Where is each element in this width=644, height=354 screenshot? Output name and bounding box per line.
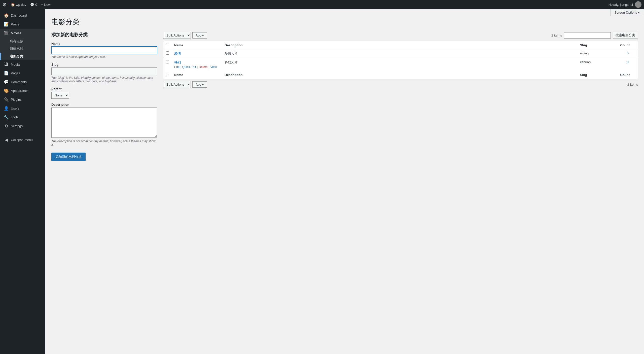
col-header-count[interactable]: Count — [618, 41, 638, 49]
row-count-link[interactable]: 0 — [627, 60, 629, 64]
comments-icon: 💬 — [30, 3, 34, 7]
media-icon: 🖼 — [4, 62, 9, 67]
quick-edit-link[interactable]: Quick Edit — [182, 65, 196, 69]
row-description: 爱情大片 — [225, 52, 238, 55]
home-icon: 🏠 — [11, 3, 15, 7]
sidebar-item-settings[interactable]: ⚙ Settings — [0, 122, 45, 130]
avatar[interactable] — [635, 1, 641, 8]
sidebar-item-label: 所有电影 — [10, 39, 23, 44]
tools-icon: 🔧 — [4, 115, 9, 120]
description-textarea[interactable] — [51, 108, 157, 138]
sidebar-item-media[interactable]: 🖼 Media — [0, 60, 45, 69]
view-link[interactable]: View — [210, 65, 217, 69]
page-title: 电影分类 — [51, 17, 638, 27]
col-footer-count[interactable]: Count — [618, 71, 638, 79]
sidebar-item-dashboard[interactable]: 🏠 Dashboard — [0, 11, 45, 20]
movies-icon: 🎬 — [4, 31, 9, 36]
table-bottom-toolbar: Bulk Actions Delete Apply 2 items — [163, 81, 638, 88]
sidebar-item-users[interactable]: 👤 Users — [0, 104, 45, 113]
sidebar-item-movies[interactable]: 🎬 Movies — [0, 29, 45, 38]
sidebar-item-tools[interactable]: 🔧 Tools — [0, 113, 45, 122]
form-title: 添加新的电影分类 — [51, 32, 157, 38]
delete-link[interactable]: Delete — [199, 65, 208, 69]
collapse-icon: ◀ — [4, 137, 9, 142]
sidebar-item-label: 电影分类 — [10, 54, 23, 59]
search-button[interactable]: 搜索电影分类 — [613, 32, 638, 39]
new-content-link[interactable]: + New — [41, 3, 50, 7]
sidebar-item-pages[interactable]: 📄 Pages — [0, 69, 45, 78]
select-all-checkbox-top[interactable] — [166, 43, 169, 46]
row-count-cell: 0 — [618, 58, 638, 71]
comments-link[interactable]: 💬 0 — [30, 3, 37, 7]
sidebar-item-label: Media — [11, 63, 20, 66]
sidebar-item-new-movie[interactable]: 新建电影 — [0, 45, 45, 53]
dashboard-icon: 🏠 — [4, 13, 9, 18]
sidebar-item-comments[interactable]: 💬 Comments — [0, 78, 45, 86]
col-header-slug[interactable]: Slug — [578, 41, 618, 49]
sidebar-item-label: Comments — [11, 80, 27, 84]
sidebar-item-label: Tools — [11, 115, 18, 119]
select-all-checkbox-bottom[interactable] — [166, 73, 169, 76]
parent-label: Parent — [51, 87, 157, 91]
sidebar-item-label: Movies — [11, 31, 21, 35]
slug-label: Slug — [51, 63, 157, 66]
sidebar-item-appearance[interactable]: 🎨 Appearance — [0, 86, 45, 95]
bulk-actions-select-bottom[interactable]: Bulk Actions Delete — [163, 81, 191, 88]
edit-link[interactable]: Edit — [174, 65, 180, 69]
slug-input[interactable] — [51, 67, 157, 75]
sidebar-item-posts[interactable]: 📝 Posts — [0, 20, 45, 29]
categories-table: Name Description Slug Count 爱情 — [163, 41, 638, 79]
row-slug: aiqing — [580, 51, 589, 55]
search-input[interactable] — [564, 32, 611, 39]
description-field-group: Description The description is not promi… — [51, 103, 157, 147]
bulk-actions-select-top[interactable]: Bulk Actions Delete — [163, 32, 191, 39]
description-label: Description — [51, 103, 157, 107]
col-header-name[interactable]: Name — [172, 41, 222, 49]
slug-field-group: Slug The "slug" is the URL-friendly vers… — [51, 63, 157, 83]
sidebar-item-label: Appearance — [11, 89, 28, 93]
wp-logo-icon[interactable]: ⊛ — [3, 2, 7, 8]
appearance-icon: 🎨 — [4, 88, 9, 93]
apply-button-top[interactable]: Apply — [192, 32, 207, 39]
name-input[interactable] — [51, 47, 157, 54]
row-checkbox[interactable] — [166, 51, 169, 55]
parent-select[interactable]: None — [51, 92, 69, 99]
category-name-link[interactable]: 爱情 — [174, 51, 220, 56]
row-description-cell: 科幻大片 — [222, 58, 578, 71]
sidebar-item-label: Users — [11, 107, 19, 110]
items-count-bottom: 2 items — [627, 83, 638, 86]
users-icon: 👤 — [4, 106, 9, 111]
category-name-link[interactable]: 科幻 — [174, 60, 220, 65]
submit-category-button[interactable]: 添加新的电影分类 — [51, 153, 86, 161]
sidebar-item-label: 新建电影 — [10, 47, 23, 51]
parent-field-group: Parent None — [51, 87, 157, 99]
row-actions: Edit | Quick Edit | Delete | View — [174, 65, 220, 69]
row-description: 科幻大片 — [225, 60, 238, 64]
items-count-top: 2 items — [551, 33, 562, 37]
site-name[interactable]: 🏠 wp dev — [11, 3, 26, 7]
sidebar-item-label: Posts — [11, 22, 19, 26]
col-footer-description[interactable]: Description — [222, 71, 578, 79]
sidebar-item-movie-category[interactable]: 电影分类 — [0, 53, 45, 60]
row-checkbox[interactable] — [166, 60, 169, 63]
apply-button-bottom[interactable]: Apply — [192, 81, 207, 88]
name-description: The name is how it appears on your site. — [51, 55, 157, 59]
col-footer-slug[interactable]: Slug — [578, 71, 618, 79]
sidebar-item-all-movies[interactable]: 所有电影 — [0, 38, 45, 45]
screen-options-button[interactable]: Screen Options ▾ — [610, 9, 644, 16]
table-row: 科幻 Edit | Quick Edit | Delete | View — [163, 58, 638, 71]
main-content: 电影分类 添加新的电影分类 Name The name is how it ap… — [45, 9, 644, 354]
sidebar-item-label: Plugins — [11, 98, 22, 101]
pages-icon: 📄 — [4, 71, 9, 76]
sidebar-item-collapse[interactable]: ◀ Collapse menu — [0, 135, 45, 144]
table-top-toolbar: Bulk Actions Delete Apply 2 items 搜索电影分类 — [163, 32, 638, 39]
row-slug-cell: kehuan — [578, 58, 618, 71]
row-slug: kehuan — [580, 60, 591, 64]
row-count-link[interactable]: 0 — [627, 51, 629, 55]
row-slug-cell: aiqing — [578, 49, 618, 58]
col-footer-name[interactable]: Name — [172, 71, 222, 79]
sidebar-item-plugins[interactable]: 🔌 Plugins — [0, 95, 45, 104]
name-label: Name — [51, 42, 157, 46]
col-header-description[interactable]: Description — [222, 41, 578, 49]
add-category-form: 添加新的电影分类 Name The name is how it appears… — [51, 32, 157, 161]
